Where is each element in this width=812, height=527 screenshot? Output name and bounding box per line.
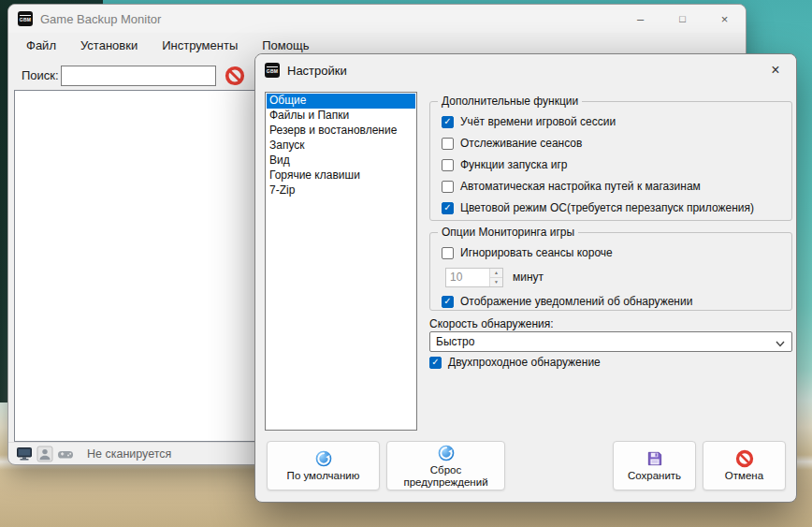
minimize-icon[interactable]: –	[619, 5, 661, 33]
gbm-app-icon: GBM	[265, 63, 280, 78]
category-hotkeys[interactable]: Горячие клавиши	[267, 168, 415, 183]
minutes-row: ▲ ▼ минут	[442, 267, 782, 287]
category-startup[interactable]: Запуск	[267, 139, 415, 154]
checkbox-box: ✓	[442, 202, 454, 214]
category-view[interactable]: Вид	[267, 154, 415, 168]
minutes-stepper[interactable]: ▲ ▼	[445, 268, 503, 287]
close-icon[interactable]: ×	[703, 5, 746, 33]
dialog-title: Настройки	[287, 64, 755, 78]
stepper-buttons: ▲ ▼	[489, 269, 502, 286]
clear-search-icon[interactable]	[225, 66, 245, 86]
settings-category-list: Общие Файлы и Папки Резерв и востановлен…	[265, 92, 417, 431]
detection-speed-value: Быстро	[436, 335, 775, 348]
window-title: Game Backup Monitor	[40, 12, 619, 26]
monitor-icon	[16, 446, 33, 462]
checkbox-ignore-short-sessions[interactable]: ✓ Игнорировать сеансы короче	[442, 246, 782, 259]
category-backup-restore[interactable]: Резерв и востановление	[267, 124, 415, 139]
gbm-app-icon: GBM	[18, 11, 33, 26]
refresh-icon	[314, 449, 333, 468]
cancel-button[interactable]: Отмена	[703, 441, 786, 490]
checkbox-box: ✓	[442, 296, 454, 308]
checkbox-auto-store-paths[interactable]: ✓ Автоматическая настройка путей к магаз…	[442, 180, 782, 193]
checkbox-box: ✓	[442, 247, 454, 259]
window-controls: – □ ×	[619, 5, 746, 33]
save-icon	[645, 449, 664, 468]
main-titlebar[interactable]: GBM Game Backup Monitor – □ ×	[8, 5, 746, 33]
controller-icon	[57, 446, 74, 462]
menu-tools[interactable]: Инструменты	[150, 33, 250, 59]
search-input[interactable]	[61, 66, 216, 86]
status-text: Не сканируется	[87, 447, 171, 461]
group-additional-functions: Дополнительные функции ✓ Учёт времени иг…	[429, 101, 792, 221]
checkbox-box: ✓	[442, 138, 454, 150]
checkbox-box: ✓	[442, 116, 454, 128]
category-general[interactable]: Общие	[267, 94, 415, 109]
checkbox-box: ✓	[442, 181, 454, 193]
spin-down-icon[interactable]: ▼	[490, 278, 502, 286]
checkbox-os-color-mode[interactable]: ✓ Цветовой режим ОС(требуется перезапуск…	[442, 201, 782, 214]
checkbox-session-tracking[interactable]: ✓ Отслеживание сеансов	[442, 137, 782, 150]
maximize-icon[interactable]: □	[661, 5, 703, 33]
menu-settings[interactable]: Установки	[68, 33, 150, 59]
checkbox-session-time[interactable]: ✓ Учёт времени игровой сессии	[442, 115, 782, 128]
cancel-icon	[735, 449, 754, 468]
dialog-titlebar[interactable]: GBM Настройки ×	[255, 54, 796, 86]
category-7zip[interactable]: 7-Zip	[267, 183, 415, 198]
user-icon	[36, 446, 53, 462]
minutes-value[interactable]	[446, 269, 489, 286]
settings-dialog: GBM Настройки × Общие Файлы и Папки Резе…	[254, 53, 797, 503]
group-monitoring-options: Опции Мониторинга игры ✓ Игнорировать се…	[429, 232, 792, 311]
spin-up-icon[interactable]: ▲	[490, 269, 502, 278]
detection-speed-label: Скорость обнаружения:	[429, 317, 554, 330]
save-button[interactable]: Сохранить	[613, 441, 696, 490]
checkbox-game-launch[interactable]: ✓ Функции запуска игр	[442, 158, 782, 171]
dialog-close-icon[interactable]: ×	[755, 54, 796, 86]
refresh-icon	[437, 444, 456, 462]
detection-speed-select[interactable]: Быстро	[429, 331, 792, 352]
checkbox-two-pass-detection[interactable]: ✓ Двухпроходное обнаружение	[429, 356, 601, 369]
reset-warnings-button[interactable]: Сброс предупреждений	[386, 441, 505, 490]
menu-file[interactable]: Файл	[14, 33, 68, 59]
search-label: Поиск:	[22, 68, 59, 82]
group-additional-title: Дополнительные функции	[438, 95, 582, 108]
screen: GBM Game Backup Monitor – □ × Файл Устан…	[0, 0, 812, 527]
checkbox-box: ✓	[442, 159, 454, 171]
checkbox-box: ✓	[429, 357, 442, 369]
minutes-unit-label: минут	[513, 271, 544, 284]
group-monitoring-title: Опции Мониторинга игры	[438, 226, 578, 239]
defaults-button[interactable]: По умолчанию	[267, 441, 380, 490]
category-files-folders[interactable]: Файлы и Папки	[267, 109, 415, 124]
dialog-button-row: По умолчанию Сброс предупреждений	[255, 441, 796, 490]
chevron-down-icon	[775, 336, 786, 347]
checkbox-detection-notifications[interactable]: ✓ Отображение уведомлений об обнаружении	[442, 295, 782, 308]
